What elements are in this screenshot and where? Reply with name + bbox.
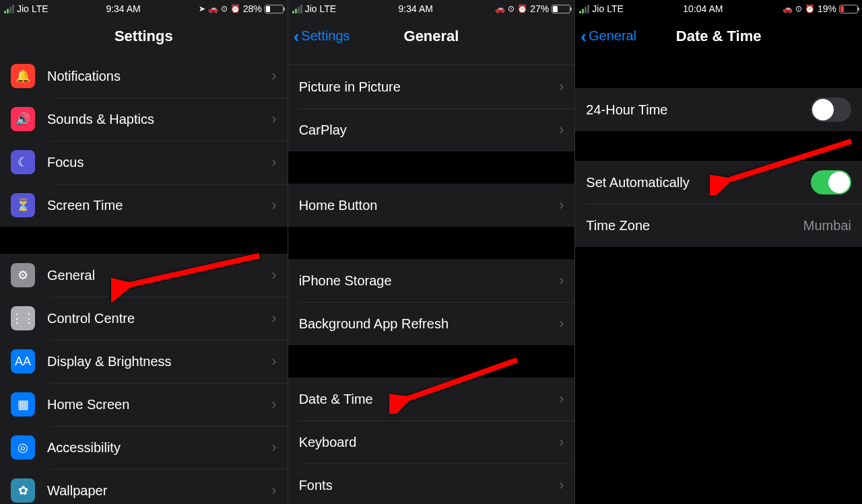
chevron-right-icon: › xyxy=(271,396,276,413)
back-button[interactable]: ‹ General xyxy=(581,17,636,55)
row-label: Time Zone xyxy=(586,218,803,233)
row-label: 24-Hour Time xyxy=(586,102,811,118)
settings-row-home-screen[interactable]: ▦Home Screen› xyxy=(0,383,288,426)
general-row-picture-in-picture[interactable]: Picture in Picture› xyxy=(288,65,575,108)
status-time: 9:34 AM xyxy=(48,3,199,14)
orientation-lock-icon: ⊙ xyxy=(221,4,228,13)
group-gap xyxy=(575,131,862,161)
back-button[interactable]: ‹ Settings xyxy=(294,17,350,55)
back-label: General xyxy=(589,28,636,44)
focus-icon: ☾ xyxy=(11,150,35,174)
general-group-1: Home Button› xyxy=(288,184,575,227)
battery-icon xyxy=(839,5,858,13)
row-label: Date & Time xyxy=(299,392,554,407)
general-row-date-time[interactable]: Date & Time› xyxy=(288,377,575,421)
chevron-right-icon: › xyxy=(559,390,564,408)
settings-row-wallpaper[interactable]: ✿Wallpaper› xyxy=(0,469,288,504)
alarm-icon: ⏰ xyxy=(230,4,240,13)
chevron-right-icon: › xyxy=(271,266,276,284)
group-auto: Set Automatically Time Zone Mumbai xyxy=(575,161,862,247)
chevron-right-icon: › xyxy=(559,433,564,451)
group-gap xyxy=(0,227,288,254)
alarm-icon: ⏰ xyxy=(517,4,527,13)
settings-row-notifications[interactable]: 🔔Notifications› xyxy=(0,55,288,98)
row-set-automatically[interactable]: Set Automatically xyxy=(575,161,862,204)
settings-group-2: ⚙General›⋮⋮Control Centre›AADisplay & Br… xyxy=(0,254,288,504)
settings-row-control-centre[interactable]: ⋮⋮Control Centre› xyxy=(0,297,288,340)
nav-bar: ‹ Settings General xyxy=(288,17,575,55)
sounds-haptics-icon: 🔊 xyxy=(11,107,35,131)
carrier-label: Jio xyxy=(592,3,604,14)
orientation-lock-icon: ⊙ xyxy=(795,4,802,13)
general-row-carplay[interactable]: CarPlay› xyxy=(288,108,575,151)
row-label: Display & Brightness xyxy=(47,354,266,369)
carrier-label: Jio xyxy=(305,3,317,14)
status-bar: Jio LTE 9:34 AM 🚗 ⊙ ⏰ 27% xyxy=(288,0,575,17)
general-row-fonts[interactable]: Fonts› xyxy=(288,464,575,504)
row-label: Background App Refresh xyxy=(299,316,554,332)
general-row-keyboard[interactable]: Keyboard› xyxy=(288,421,575,464)
group-gap xyxy=(288,227,575,259)
control-centre-icon: ⋮⋮ xyxy=(11,306,35,330)
row-time-zone[interactable]: Time Zone Mumbai xyxy=(575,204,862,247)
settings-row-general[interactable]: ⚙General› xyxy=(0,254,288,297)
row-label: CarPlay xyxy=(299,122,554,138)
settings-row-focus[interactable]: ☾Focus› xyxy=(0,141,288,184)
time-zone-value: Mumbai xyxy=(803,218,851,233)
row-label: Fonts xyxy=(299,478,554,493)
page-title: General xyxy=(404,28,459,45)
screen-time-icon: ⏳ xyxy=(11,193,35,217)
row-label: Control Centre xyxy=(47,311,266,326)
nav-bar: ‹ General Date & Time xyxy=(575,17,862,55)
group-gap xyxy=(288,151,575,184)
settings-row-screen-time[interactable]: ⏳Screen Time› xyxy=(0,184,288,227)
home-screen-icon: ▦ xyxy=(11,392,35,417)
status-bar: Jio LTE 9:34 AM ➤ 🚗 ⊙ ⏰ 28% xyxy=(0,0,288,17)
car-icon: 🚗 xyxy=(783,4,793,13)
toggle-24h[interactable] xyxy=(811,98,851,122)
general-row-home-button[interactable]: Home Button› xyxy=(288,184,575,227)
back-label: Settings xyxy=(301,28,350,44)
chevron-right-icon: › xyxy=(271,439,276,456)
general-group-2: iPhone Storage›Background App Refresh› xyxy=(288,259,575,345)
orientation-lock-icon: ⊙ xyxy=(508,4,515,13)
status-time: 9:34 AM xyxy=(336,3,495,14)
general-group-3: Date & Time›Keyboard›Fonts› xyxy=(288,377,575,504)
signal-icon xyxy=(4,5,14,13)
nav-bar: Settings xyxy=(0,17,288,55)
chevron-right-icon: › xyxy=(271,482,276,499)
status-time: 10:04 AM xyxy=(624,3,783,14)
chevron-right-icon: › xyxy=(559,476,564,494)
row-24-hour-time[interactable]: 24-Hour Time xyxy=(575,88,862,131)
battery-pct: 19% xyxy=(818,3,836,14)
general-row-background-app-refresh[interactable]: Background App Refresh› xyxy=(288,302,575,345)
row-label: Notifications xyxy=(47,69,266,84)
signal-icon xyxy=(579,5,589,13)
display-brightness-icon: AA xyxy=(11,349,35,373)
battery-pct: 28% xyxy=(243,3,262,14)
status-bar: Jio LTE 10:04 AM 🚗 ⊙ ⏰ 19% xyxy=(575,0,862,17)
group-gap xyxy=(288,55,575,65)
network-label: LTE xyxy=(32,3,48,14)
chevron-right-icon: › xyxy=(271,67,276,85)
group-24h: 24-Hour Time xyxy=(575,88,862,131)
chevron-right-icon: › xyxy=(271,196,276,214)
page-title: Date & Time xyxy=(676,28,762,45)
network-label: LTE xyxy=(320,3,337,14)
settings-row-accessibility[interactable]: ◎Accessibility› xyxy=(0,426,288,469)
row-label: Picture in Picture xyxy=(299,79,554,95)
group-gap xyxy=(288,345,575,377)
alarm-icon: ⏰ xyxy=(805,4,815,13)
row-label: General xyxy=(47,268,266,283)
toggle-set-automatically[interactable] xyxy=(811,170,851,194)
general-row-iphone-storage[interactable]: iPhone Storage› xyxy=(288,259,575,302)
settings-row-display-brightness[interactable]: AADisplay & Brightness› xyxy=(0,340,288,383)
screen-date-time: Jio LTE 10:04 AM 🚗 ⊙ ⏰ 19% ‹ General Dat… xyxy=(574,0,862,504)
settings-row-sounds-haptics[interactable]: 🔊Sounds & Haptics› xyxy=(0,98,288,141)
location-icon: ➤ xyxy=(199,4,205,13)
screen-general: Jio LTE 9:34 AM 🚗 ⊙ ⏰ 27% ‹ Settings Gen… xyxy=(288,0,575,504)
chevron-right-icon: › xyxy=(271,310,276,327)
row-label: Home Screen xyxy=(47,397,266,412)
row-label: Accessibility xyxy=(47,440,266,456)
notifications-icon: 🔔 xyxy=(11,64,35,88)
